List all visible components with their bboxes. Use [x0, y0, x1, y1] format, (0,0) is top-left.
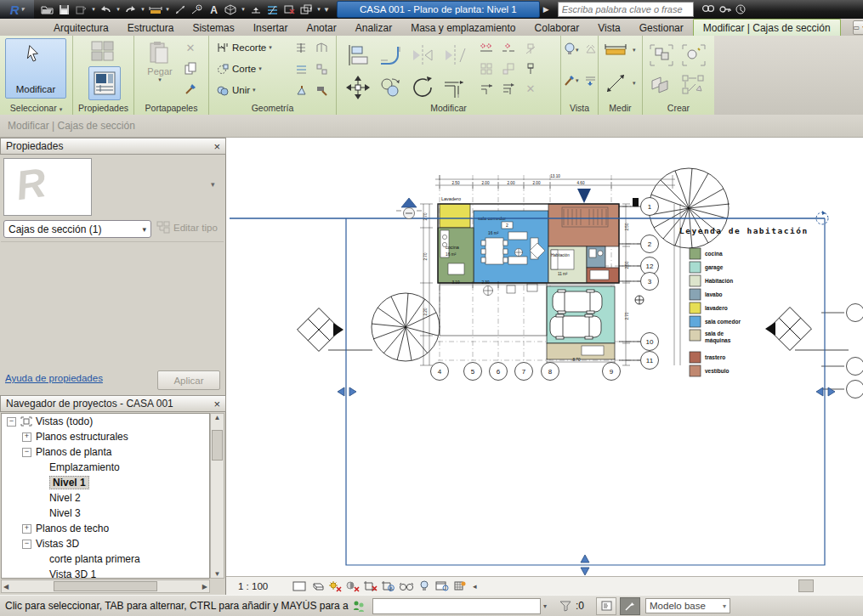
measure-icon[interactable] — [147, 2, 163, 17]
reveal-constraints-icon[interactable] — [451, 579, 468, 593]
measure-caret[interactable]: ▾ — [164, 6, 171, 13]
scale-control[interactable]: 1 : 100 — [238, 581, 291, 591]
scroll-left-icon[interactable]: ◀ — [3, 583, 9, 591]
tab-modificar-cajas-de-seccion[interactable]: Modificar | Cajas de sección — [693, 19, 841, 36]
scroll-down-icon[interactable]: ▼ — [214, 570, 221, 578]
unpin-icon[interactable] — [524, 42, 537, 56]
switch-windows-caret[interactable]: ▾ — [315, 6, 322, 13]
trim-extend-icon[interactable] — [442, 75, 468, 100]
viewbar-collapse-icon[interactable]: ◂ — [473, 582, 477, 591]
properties-help-link[interactable]: Ayuda de propiedades — [5, 373, 103, 383]
tab-arquitectura[interactable]: Arquitectura — [44, 19, 118, 36]
section-marker-left[interactable] — [298, 308, 372, 352]
section-icon[interactable] — [247, 2, 264, 17]
editable-only-icon[interactable] — [596, 597, 616, 615]
edit-type-button[interactable]: Editar tipo — [156, 221, 218, 234]
expander-icon[interactable]: + — [22, 432, 31, 442]
undo-icon[interactable] — [98, 2, 114, 17]
unir-button[interactable]: Unir▾ — [216, 83, 256, 97]
expander-icon[interactable]: − — [22, 540, 31, 549]
split-with-gap-icon[interactable] — [502, 42, 515, 56]
sun-path-icon[interactable] — [326, 579, 343, 593]
trim-multiple-icon[interactable] — [502, 82, 515, 95]
paste-button[interactable]: Pegar▾ — [143, 41, 177, 83]
unjoin-icon[interactable] — [315, 62, 328, 76]
browser-vertical-scrollbar[interactable]: ▲ ▼ — [210, 413, 224, 579]
section-box-handle-left[interactable] — [338, 387, 356, 396]
beam-join-icon[interactable] — [294, 41, 308, 54]
modify-button[interactable]: Modificar — [5, 38, 66, 99]
temporary-hide-isolate-icon[interactable] — [398, 579, 414, 593]
crop-view-icon[interactable] — [362, 579, 378, 593]
ribbon-display-toggle[interactable]: ▭▾ — [853, 20, 863, 35]
create-parts-icon[interactable] — [648, 73, 675, 97]
recorte-button[interactable]: Recorte▾ — [216, 41, 272, 54]
align-icon[interactable] — [345, 42, 371, 68]
section-arrow[interactable] — [577, 189, 591, 203]
worksharing-icon[interactable] — [349, 597, 369, 615]
sync-caret[interactable]: ▾ — [90, 6, 97, 13]
paint-icon[interactable] — [294, 83, 308, 97]
array-icon[interactable] — [480, 62, 493, 76]
delete-clipboard-icon[interactable]: ✕ — [184, 41, 197, 54]
panel-label-propiedades[interactable]: Propiedades — [73, 103, 133, 113]
temporary-view-properties-icon[interactable] — [434, 579, 450, 593]
tab-colaborar[interactable]: Colaborar — [525, 19, 589, 36]
measure-ruler-icon[interactable] — [604, 42, 627, 56]
search-input[interactable] — [558, 2, 694, 17]
type-properties-icon[interactable] — [90, 40, 116, 65]
scroll-right-icon[interactable]: ▶ — [202, 583, 207, 591]
tab-anotar[interactable]: Anotar — [297, 19, 345, 36]
visual-style-icon[interactable] — [309, 579, 325, 593]
hide-elements-lightbulb-icon[interactable] — [563, 42, 576, 56]
elevation-marker[interactable] — [396, 198, 422, 219]
corte-button[interactable]: Corte▾ — [216, 62, 262, 76]
section-marker-right[interactable] — [765, 308, 849, 351]
delete-icon[interactable]: ✕ — [524, 82, 537, 95]
detail-level-icon[interactable] — [291, 579, 307, 593]
title-expand-arrow[interactable]: ▶ — [543, 5, 549, 14]
tree-item-planos-de-techo[interactable]: + Planos de techo — [2, 521, 209, 536]
copy-icon[interactable] — [378, 75, 403, 100]
floor-plan-view[interactable]: 13.10 2.50 2.00 2.00 2.00 4.60 2.70 2.70… — [226, 138, 863, 576]
tag-icon[interactable]: 1 — [189, 2, 205, 17]
scale-icon[interactable] — [502, 62, 515, 76]
tree-item-planos-de-planta[interactable]: − Planos de planta — [2, 444, 209, 460]
expander-icon[interactable]: − — [7, 417, 16, 427]
open-icon[interactable] — [39, 2, 55, 17]
split-element-icon[interactable] — [480, 42, 493, 56]
tree-item-vistas-todo[interactable]: − Vistas (todo) — [2, 414, 209, 429]
tab-sistemas[interactable]: Sistemas — [183, 19, 243, 36]
tree-item-nivel-1[interactable]: Nivel 1 — [2, 475, 209, 490]
section-box-rotate-handle[interactable] — [816, 211, 828, 224]
communication-center-icon[interactable] — [733, 2, 749, 17]
properties-palette-button[interactable] — [88, 66, 121, 100]
worksets-caret[interactable]: ▾ — [543, 602, 547, 610]
save-icon[interactable] — [56, 2, 72, 17]
apply-button[interactable]: Aplicar — [157, 370, 220, 390]
create-similar-icon[interactable] — [680, 73, 707, 97]
switch-windows-icon[interactable] — [298, 2, 315, 17]
override-graphics-icon[interactable] — [583, 73, 597, 87]
app-menu-button[interactable]: R▾ — [0, 0, 34, 19]
filter-icon[interactable] — [555, 597, 576, 615]
create-assembly-icon[interactable] — [680, 42, 707, 68]
undo-caret[interactable]: ▾ — [115, 6, 122, 13]
tree-item-corte-planta-primera[interactable]: corte planta primera — [2, 551, 209, 567]
thin-lines-icon[interactable] — [264, 2, 281, 17]
panel-label-seleccionar[interactable]: Seleccionar ▾ — [0, 103, 72, 113]
fillet-icon[interactable] — [378, 42, 403, 68]
linework-icon[interactable] — [563, 73, 576, 87]
pin-icon[interactable] — [524, 62, 537, 76]
measure-caret2[interactable]: ▾ — [633, 47, 636, 54]
tab-analizar[interactable]: Analizar — [346, 19, 401, 36]
tab-vista[interactable]: Vista — [588, 19, 629, 36]
press-drag-icon[interactable] — [620, 597, 640, 615]
tab-gestionar[interactable]: Gestionar — [630, 19, 693, 36]
linework-caret[interactable]: ▾ — [576, 77, 579, 84]
properties-header[interactable]: Propiedades × — [0, 138, 226, 155]
hide-caret[interactable]: ▾ — [576, 47, 579, 54]
rotate-icon[interactable] — [410, 75, 435, 100]
redo-icon[interactable] — [122, 2, 139, 17]
default-3d-view-icon[interactable] — [223, 2, 239, 17]
